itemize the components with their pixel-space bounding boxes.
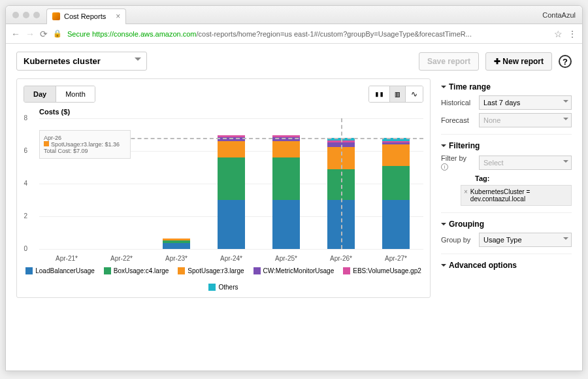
report-name-dropdown[interactable]: Kubernetes cluster [16, 52, 147, 71]
forward-icon[interactable]: → [25, 29, 35, 39]
legend-item[interactable]: SpotUsage:r3.large [178, 267, 244, 274]
table-row[interactable] [382, 138, 410, 249]
star-icon[interactable]: ☆ [554, 29, 563, 39]
filtering-header[interactable]: Filtering [441, 141, 572, 150]
x-tick: Apr-22* [110, 255, 133, 262]
remove-tag-icon[interactable]: × [464, 188, 468, 203]
legend-item[interactable]: CW:MetricMonitorUsage [253, 267, 335, 274]
time-range-header[interactable]: Time range [441, 82, 572, 91]
legend-item[interactable]: EBS:VolumeUsage.gp2 [343, 267, 421, 274]
address-bar: ← → ⟳ 🔒 Secure https://console.aws.amazo… [6, 24, 582, 44]
reload-icon[interactable]: ⟳ [40, 29, 48, 39]
traffic-min-icon[interactable] [23, 12, 29, 18]
chevron-down-icon [563, 118, 568, 123]
plus-icon: ✚ [494, 57, 502, 66]
chevron-down-icon [563, 237, 568, 242]
tab-day[interactable]: Day [24, 86, 56, 102]
url-field[interactable]: Secure https://console.aws.amazon.com/co… [67, 30, 549, 38]
new-report-button[interactable]: ✚ New report [485, 52, 552, 71]
close-tab-icon[interactable]: × [116, 12, 120, 21]
table-row[interactable] [272, 135, 300, 249]
aws-favicon-icon [52, 12, 60, 20]
chart-type-segment: ▮▮ ▥ ∿ [368, 86, 423, 103]
historical-label: Historical [441, 99, 475, 107]
chart-legend: LoadBalancerUsageBoxUsage:c4.largeSpotUs… [24, 267, 423, 291]
bar-chart-icon[interactable]: ▮▮ [369, 86, 389, 102]
table-row[interactable] [218, 135, 245, 249]
traffic-close-icon[interactable] [12, 12, 19, 18]
back-icon[interactable]: ← [11, 29, 20, 39]
x-tick: Apr-27* [385, 255, 407, 262]
tag-heading: Tag: [475, 174, 572, 182]
filter-by-label: Filter by i [441, 154, 475, 171]
save-report-button[interactable]: Save report [419, 52, 479, 71]
help-icon[interactable]: ? [559, 55, 572, 68]
historical-select[interactable]: Last 7 days [479, 95, 572, 110]
chart-panel: Day Month ▮▮ ▥ ∿ Costs ($) Apr-26 SpotUs… [16, 78, 431, 298]
granularity-segment: Day Month [24, 86, 95, 103]
settings-sidebar: Time range Historical Last 7 days Foreca… [441, 78, 572, 298]
forecast-label: Forecast [441, 116, 475, 124]
x-tick: Apr-23* [165, 255, 188, 262]
legend-item[interactable]: BoxUsage:c4.large [104, 267, 169, 274]
legend-item[interactable]: LoadBalancerUsage [25, 267, 95, 274]
chevron-down-icon [563, 160, 568, 165]
group-by-label: Group by [441, 236, 475, 244]
x-tick: Apr-21* [56, 255, 78, 262]
tab-title: Cost Reports [64, 12, 106, 20]
advanced-header[interactable]: Advanced options [441, 261, 572, 270]
filter-tag: × KubernetesCluster = dev.contaazul.loca… [461, 185, 572, 206]
legend-item[interactable]: Others [208, 284, 238, 291]
cost-chart: Apr-26 SpotUsage:r3.large: $1.36 Total C… [39, 118, 423, 262]
info-icon: i [441, 163, 448, 171]
browser-profile[interactable]: ContaAzul [542, 11, 576, 19]
forecast-select[interactable]: None [479, 113, 572, 127]
grouping-header[interactable]: Grouping [441, 220, 572, 229]
traffic-max-icon[interactable] [33, 12, 40, 18]
chart-tooltip: Apr-26 SpotUsage:r3.large: $1.36 Total C… [39, 130, 131, 159]
report-name-label: Kubernetes cluster [24, 56, 101, 66]
line-chart-icon[interactable]: ∿ [406, 86, 423, 102]
chevron-down-icon [563, 100, 568, 105]
tag-value: KubernetesCluster = dev.contaazul.local [470, 188, 568, 203]
menu-icon[interactable]: ⋮ [568, 29, 577, 39]
chart-title: Costs ($) [24, 108, 423, 116]
chevron-down-icon [135, 58, 141, 64]
tab-month[interactable]: Month [56, 86, 95, 102]
filter-select[interactable]: Select [479, 156, 572, 170]
x-tick: Apr-25* [275, 255, 297, 262]
browser-tab[interactable]: Cost Reports × [46, 8, 126, 24]
window-titlebar: Cost Reports × ContaAzul [6, 6, 582, 24]
lock-icon: 🔒 [53, 29, 62, 38]
group-by-select[interactable]: Usage Type [479, 233, 572, 247]
x-tick: Apr-24* [220, 255, 242, 262]
stacked-bar-icon[interactable]: ▥ [390, 86, 406, 102]
table-row[interactable] [163, 239, 190, 249]
x-tick: Apr-26* [330, 255, 352, 262]
